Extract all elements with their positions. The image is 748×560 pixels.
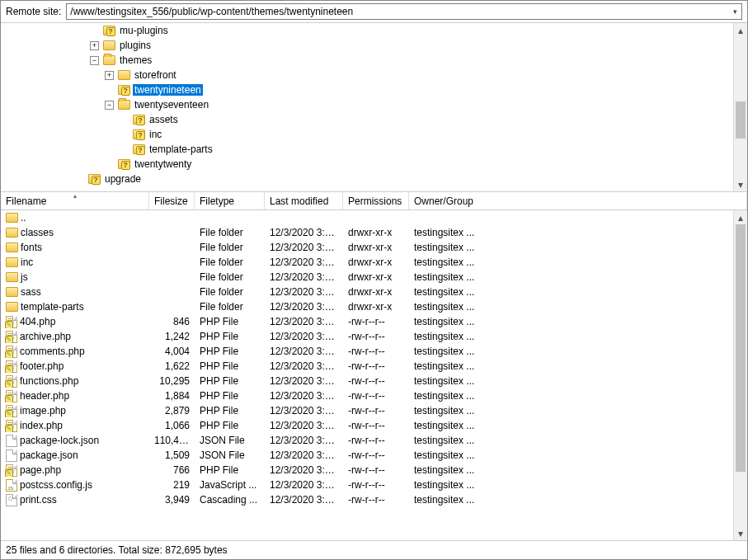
- remote-path-input[interactable]: [67, 6, 728, 17]
- folder-icon: [6, 242, 18, 252]
- address-bar: Remote site: ▾: [1, 1, 747, 23]
- remote-path-combo[interactable]: ▾: [66, 3, 742, 20]
- php-file-icon: [6, 375, 17, 388]
- col-filesize[interactable]: Filesize: [149, 192, 195, 209]
- cell-modified: 12/3/2020 3:43:...: [265, 405, 343, 416]
- cell-owner: testingsitex ...: [409, 375, 508, 387]
- col-filetype[interactable]: Filetype: [195, 192, 265, 209]
- cell-owner: testingsitex ...: [409, 390, 508, 402]
- list-item[interactable]: comments.php4,004PHP File12/3/2020 3:43:…: [1, 344, 733, 359]
- unknown-folder-icon: [132, 129, 145, 140]
- tree-node-plugins[interactable]: +plugins: [1, 38, 733, 53]
- cell-perm: -rw-r--r--: [343, 316, 409, 327]
- tree-label: upgrade: [103, 173, 143, 185]
- list-item[interactable]: template-partsFile folder12/3/2020 3:43:…: [1, 299, 733, 314]
- list-item[interactable]: incFile folder12/3/2020 3:43:...drwxr-xr…: [1, 255, 733, 270]
- cell-perm: -rw-r--r--: [343, 494, 409, 506]
- tree-node-storefront[interactable]: +storefront: [1, 68, 733, 82]
- tree-node-assets[interactable]: assets: [1, 112, 733, 127]
- cell-perm: drwxr-xr-x: [343, 271, 409, 283]
- css-file-icon: [6, 494, 17, 506]
- cell-size: 766: [149, 464, 195, 476]
- tree-node-twentynineteen[interactable]: twentynineteen: [1, 82, 733, 97]
- remote-path-dropdown[interactable]: ▾: [728, 7, 741, 16]
- tree-node-twentytwenty[interactable]: twentytwenty: [1, 157, 733, 172]
- scroll-up-icon[interactable]: ▴: [734, 23, 747, 37]
- cell-modified: 12/3/2020 3:43:...: [265, 360, 343, 372]
- file-list[interactable]: ..classesFile folder12/3/2020 3:43:...dr…: [1, 210, 733, 540]
- list-item[interactable]: jsFile folder12/3/2020 3:43:...drwxr-xr-…: [1, 270, 733, 285]
- cell-filename: package.json: [1, 449, 149, 462]
- list-item[interactable]: image.php2,879PHP File12/3/2020 3:43:...…: [1, 403, 733, 418]
- list-item[interactable]: sassFile folder12/3/2020 3:43:...drwxr-x…: [1, 285, 733, 299]
- cell-type: PHP File: [195, 331, 265, 342]
- cell-owner: testingsitex ...: [409, 227, 508, 238]
- collapse-icon[interactable]: −: [105, 101, 114, 110]
- cell-modified: 12/3/2020 3:43:...: [265, 420, 343, 431]
- list-item[interactable]: classesFile folder12/3/2020 3:43:...drwx…: [1, 225, 733, 240]
- cell-size: 10,295: [149, 375, 195, 387]
- tree-node-inc[interactable]: inc: [1, 127, 733, 142]
- tree-node-template-parts[interactable]: template-parts: [1, 142, 733, 157]
- list-item[interactable]: page.php766PHP File12/3/2020 3:43:...-rw…: [1, 463, 733, 478]
- cell-owner: testingsitex ...: [409, 405, 508, 416]
- file-name: print.css: [20, 494, 57, 506]
- list-item[interactable]: archive.php1,242PHP File12/3/2020 3:43:.…: [1, 329, 733, 344]
- scroll-down-icon[interactable]: ▾: [734, 177, 747, 191]
- file-name: template-parts: [21, 301, 84, 313]
- cell-type: File folder: [195, 271, 265, 283]
- cell-filename: classes: [1, 227, 149, 238]
- list-item[interactable]: footer.php1,622PHP File12/3/2020 3:43:..…: [1, 359, 733, 374]
- col-permissions[interactable]: Permissions: [343, 192, 409, 209]
- cell-filename: inc: [1, 256, 149, 268]
- cell-type: JSON File: [195, 449, 265, 461]
- scroll-up-icon[interactable]: ▴: [734, 210, 747, 224]
- unknown-folder-icon: [132, 144, 145, 155]
- list-item[interactable]: package-lock.json110,469JSON File12/3/20…: [1, 433, 733, 448]
- unknown-folder-icon: [132, 114, 145, 125]
- cell-type: JSON File: [195, 435, 265, 446]
- scroll-thumb[interactable]: [736, 224, 746, 472]
- folder-icon: [6, 302, 18, 312]
- tree-scrollbar[interactable]: ▴ ▾: [733, 23, 747, 191]
- col-modified[interactable]: Last modified: [265, 192, 343, 209]
- col-filename[interactable]: ▴Filename: [1, 192, 149, 209]
- list-item[interactable]: index.php1,066PHP File12/3/2020 3:43:...…: [1, 418, 733, 433]
- cell-type: File folder: [195, 227, 265, 238]
- cell-perm: -rw-r--r--: [343, 346, 409, 357]
- file-name: classes: [21, 227, 54, 238]
- sort-asc-icon: ▴: [73, 192, 77, 200]
- tree-node-mu-plugins[interactable]: mu-plugins: [1, 23, 733, 38]
- file-name: inc: [21, 256, 33, 268]
- list-item[interactable]: 404.php846PHP File12/3/2020 3:43:...-rw-…: [1, 314, 733, 329]
- list-scrollbar[interactable]: ▴ ▾: [733, 210, 747, 540]
- list-item[interactable]: package.json1,509JSON File12/3/2020 3:43…: [1, 448, 733, 463]
- scroll-thumb[interactable]: [736, 101, 746, 139]
- cell-type: JavaScript ...: [195, 479, 265, 491]
- file-list-pane: ▴Filename Filesize Filetype Last modifie…: [1, 192, 747, 559]
- list-item[interactable]: fontsFile folder12/3/2020 3:43:...drwxr-…: [1, 240, 733, 255]
- tree-node-upgrade[interactable]: upgrade: [1, 172, 733, 186]
- list-item[interactable]: ..: [1, 210, 733, 225]
- tree-node-themes[interactable]: −themes: [1, 53, 733, 68]
- file-name: postcss.config.js: [20, 479, 92, 491]
- cell-size: 3,949: [149, 494, 195, 506]
- scroll-down-icon[interactable]: ▾: [734, 526, 747, 540]
- list-item[interactable]: postcss.config.js219JavaScript ...12/3/2…: [1, 478, 733, 492]
- col-owner[interactable]: Owner/Group: [409, 192, 747, 209]
- expand-icon[interactable]: +: [105, 71, 114, 80]
- list-item[interactable]: functions.php10,295PHP File12/3/2020 3:4…: [1, 374, 733, 388]
- open-folder-icon: [102, 54, 115, 66]
- ftp-window: Remote site: ▾ mu-plugins+plugins−themes…: [0, 0, 748, 560]
- collapse-icon[interactable]: −: [90, 56, 99, 65]
- cell-filename: postcss.config.js: [1, 479, 149, 492]
- tree-label: inc: [148, 129, 163, 140]
- unknown-folder-icon: [87, 173, 101, 185]
- cell-perm: -rw-r--r--: [343, 390, 409, 402]
- tree-node-twentyseventeen[interactable]: −twentyseventeen: [1, 97, 733, 112]
- list-item[interactable]: header.php1,884PHP File12/3/2020 3:43:..…: [1, 388, 733, 403]
- directory-tree-pane: mu-plugins+plugins−themes+storefronttwen…: [1, 23, 747, 192]
- expand-icon[interactable]: +: [90, 41, 99, 50]
- directory-tree[interactable]: mu-plugins+plugins−themes+storefronttwen…: [1, 23, 733, 191]
- list-item[interactable]: print.css3,949Cascading ...12/3/2020 3:4…: [1, 492, 733, 507]
